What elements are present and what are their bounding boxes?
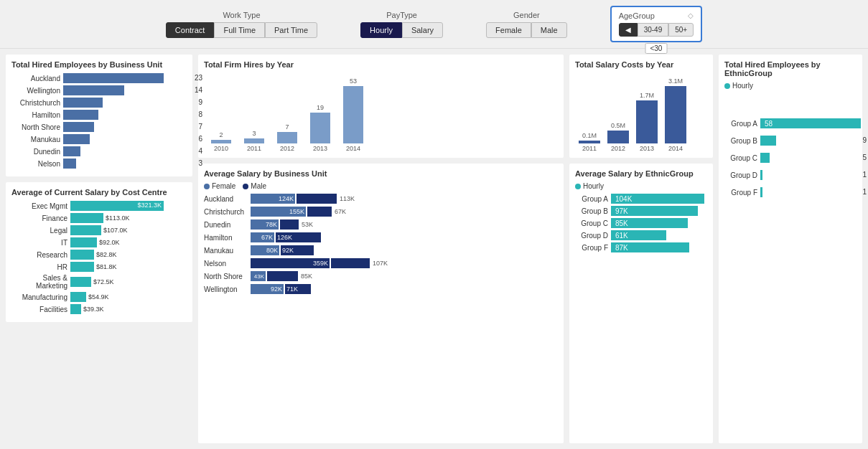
bar-container: 1	[760, 170, 857, 180]
total-firm-hires-chart: Total Firm Hires by Year 2 2010 3 2011 7	[198, 55, 564, 158]
bar-value: $81.8K	[96, 263, 117, 270]
bar-label: Legal	[11, 227, 70, 235]
bar-label: Manufacturing	[11, 293, 70, 301]
bar-label: Dunedin	[11, 148, 63, 156]
bar-area: 67K 126K	[251, 232, 321, 242]
gender-female[interactable]: Female	[486, 22, 531, 38]
table-row: Hamilton 67K 126K	[204, 232, 558, 242]
work-type-fulltime[interactable]: Full Time	[214, 22, 265, 38]
bar	[70, 237, 97, 247]
bar	[277, 132, 297, 143]
bar: $321.3K	[70, 201, 164, 211]
bar	[760, 187, 762, 197]
bar	[63, 122, 94, 132]
avg-salary-cost-centre-chart: Average of Current Salary by Cost Centre…	[6, 182, 192, 322]
bar-label: Wellington	[11, 87, 63, 95]
bar-value: 87K	[611, 244, 628, 252]
bar-label: Nelson	[204, 260, 251, 268]
age-group-30-49[interactable]: 30-49	[638, 23, 669, 37]
total-hired-ethnic-chart: Total Hired Employees by EthnicGroup Hou…	[719, 55, 862, 443]
total-salary-costs-chart: Total Salary Costs by Year 0.1M 2011 0.5…	[569, 55, 713, 158]
bar-year: 2014	[346, 145, 360, 152]
bar	[760, 170, 762, 180]
age-group-title: AgeGroup ◇	[619, 11, 694, 20]
female-value: 43K	[254, 273, 264, 280]
dashboard: Work Type Contract Full Time Part Time P…	[0, 0, 868, 449]
bar	[70, 262, 94, 272]
legend-hourly: Hourly	[575, 182, 604, 190]
male-value-right: 113K	[340, 195, 355, 202]
pay-type-salary[interactable]: Salary	[402, 22, 443, 38]
bar: 97K	[611, 206, 698, 216]
bar	[70, 304, 81, 314]
male-bar: 71K	[285, 284, 311, 294]
legend-male: Male	[243, 182, 266, 190]
bar-value: 1.7M	[640, 92, 654, 99]
avg-salary-ethnic-title: Average Salary by EthnicGroup	[575, 169, 707, 178]
bar	[760, 153, 770, 163]
female-label: Female	[212, 182, 235, 190]
bar-label: HR	[11, 263, 70, 271]
bar-value: 61K	[611, 232, 628, 240]
bar-label: Exec Mgmt	[11, 202, 70, 210]
age-group-label: AgeGroup	[619, 11, 655, 20]
bar-value: $54.9K	[88, 293, 109, 301]
bar-container: 23	[63, 73, 187, 83]
bar-label: Group C	[575, 219, 611, 227]
gender-filter: Gender Female Male	[486, 11, 567, 38]
bar-value: $92.0K	[99, 239, 120, 246]
age-group-filter: AgeGroup ◇ ◀ 30-49 50+ <30	[610, 6, 703, 42]
bar-container: 6	[63, 134, 187, 144]
work-type-contract[interactable]: Contract	[166, 22, 215, 38]
bar	[70, 277, 91, 287]
gender-label: Gender	[513, 11, 540, 19]
bar-label: North Shore	[11, 123, 63, 131]
pay-type-hourly[interactable]: Hourly	[360, 22, 402, 38]
avg-salary-bu-chart: Average Salary by Business Unit Female M…	[198, 164, 564, 443]
avg-salary-ethnic-chart: Average Salary by EthnicGroup Hourly Gro…	[569, 164, 713, 443]
female-value: 359K	[313, 260, 328, 267]
age-group-50plus[interactable]: 50+	[668, 23, 694, 37]
bar-year: 2012	[280, 145, 294, 152]
table-row: 53 2014	[343, 77, 363, 152]
female-bar: 78K	[251, 219, 279, 230]
table-row: Finance $113.0K	[11, 213, 187, 223]
bar: 104K	[611, 194, 704, 204]
age-group-under30[interactable]: ◀	[619, 23, 638, 37]
bar-value: 4	[198, 147, 202, 155]
bar-container: 9	[760, 136, 857, 146]
bar-label: Hamilton	[11, 111, 63, 119]
table-row: Sales & Marketing $72.5K	[11, 274, 187, 290]
gender-male[interactable]: Male	[531, 22, 567, 38]
bar-label: Facilities	[11, 306, 70, 313]
diamond-icon: ◇	[688, 11, 694, 20]
bar	[70, 225, 101, 235]
bar-year: 2013	[313, 145, 327, 152]
total-hired-bu-bars: Auckland 23 Wellington 14	[11, 73, 187, 169]
table-row: Group F 87K	[575, 242, 707, 252]
bar-value: 97K	[611, 207, 628, 215]
table-row: 7 2012	[277, 123, 297, 152]
bar-container: 85K	[611, 218, 707, 228]
table-row: Dunedin 78K 53K	[204, 219, 558, 230]
gender-buttons: Female Male	[486, 22, 567, 38]
male-value-right: 107K	[373, 260, 388, 267]
bar-year: 2012	[611, 145, 625, 152]
bar-value: 9	[862, 136, 867, 144]
bar	[63, 146, 80, 156]
work-type-parttime[interactable]: Part Time	[265, 22, 317, 38]
bar-label: Finance	[11, 214, 70, 222]
male-value-right: 67K	[335, 208, 346, 215]
bar-area: 78K 53K	[251, 219, 313, 230]
bar-value: 0.5M	[611, 122, 625, 129]
hourly-dot	[724, 83, 730, 89]
main-content: Total Hired Employees by Business Unit A…	[0, 49, 868, 449]
bar-label: Christchurch	[11, 99, 63, 107]
right-column: Total Salary Costs by Year 0.1M 2011 0.5…	[569, 55, 713, 443]
bar	[579, 141, 600, 143]
filter-bar: Work Type Contract Full Time Part Time P…	[0, 0, 868, 49]
bar	[70, 213, 103, 223]
total-hired-ethnic-bars: Group A 58 Group B 9 Group C	[724, 118, 857, 197]
table-row: Group B 97K	[575, 206, 707, 216]
pay-type-buttons: Hourly Salary	[360, 22, 443, 38]
